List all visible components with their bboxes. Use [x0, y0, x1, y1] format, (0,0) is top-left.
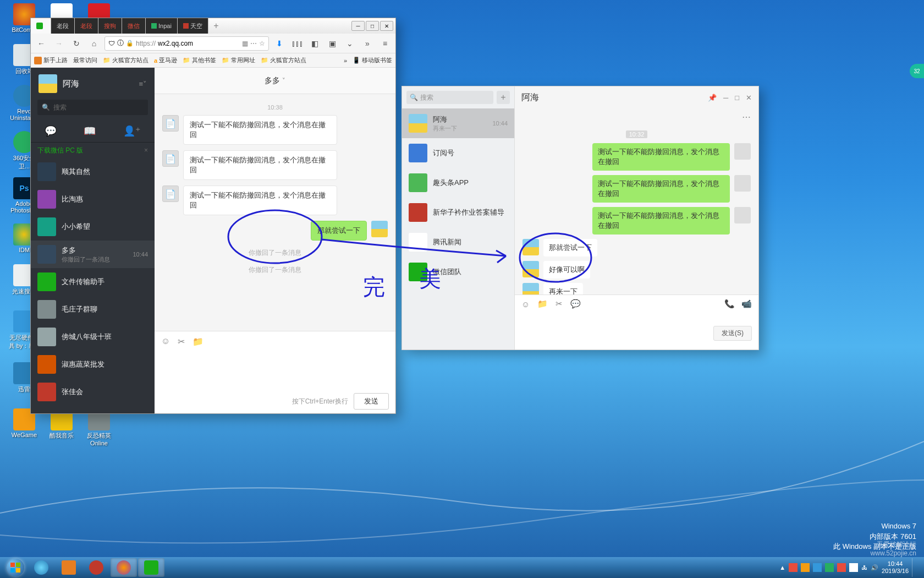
sidebar-icon[interactable]: ◧ [307, 36, 322, 51]
contact-item[interactable]: 淑惠蔬菜批发 [31, 351, 155, 378]
browser-tab[interactable]: 搜狗 [98, 18, 122, 34]
pocket-icon[interactable]: ⌄ [343, 36, 357, 51]
browser-tab[interactable]: 天空 [178, 18, 208, 34]
bookmark-item[interactable]: 📁其他书签 [183, 56, 216, 64]
contact-item[interactable]: 订阅号 [402, 138, 514, 168]
menu-icon[interactable]: ≡ [378, 36, 392, 51]
avatar[interactable] [522, 283, 539, 295]
contact-item[interactable]: 文件传输助手 [31, 268, 155, 296]
avatar[interactable] [522, 261, 539, 277]
menu-icon[interactable]: ≡˅ [139, 80, 147, 88]
message-bubble[interactable]: 再来一下 [543, 283, 583, 295]
avatar[interactable] [371, 221, 388, 237]
browser-tab[interactable]: 老段 [51, 18, 75, 34]
taskbar-item[interactable] [28, 558, 54, 577]
add-button[interactable]: + [497, 91, 510, 104]
phone-icon[interactable]: 📞 [724, 299, 735, 309]
contacts-icon[interactable]: 📖 [84, 125, 96, 137]
message-bubble[interactable]: 那就尝试一下 [543, 239, 597, 257]
home-button[interactable]: ⌂ [87, 36, 101, 51]
desktop-icon[interactable]: 反恐精英 Online [82, 408, 116, 446]
maximize-button[interactable]: □ [366, 21, 379, 31]
start-button[interactable] [3, 557, 28, 578]
contact-item[interactable]: 小小希望 [31, 213, 155, 241]
chevron-down-icon[interactable]: ˅ [282, 77, 285, 84]
browser-tab[interactable]: Inpai [146, 18, 178, 34]
contact-item[interactable]: 比淘惠 [31, 186, 155, 213]
avatar[interactable] [522, 239, 539, 255]
back-button[interactable]: ← [34, 36, 48, 51]
bookmark-item[interactable]: 新手上路 [34, 56, 68, 64]
network-icon[interactable]: 🖧 [861, 564, 867, 571]
contact-item[interactable]: 顺其自然 [31, 158, 155, 186]
bookmark-item[interactable]: 📁火狐官方站点 [103, 56, 148, 64]
avatar[interactable] [734, 143, 751, 160]
tray-icon[interactable] [789, 563, 798, 572]
tray-date[interactable]: 2019/3/16 [882, 568, 909, 575]
scissors-icon[interactable]: ✂ [178, 336, 185, 347]
tray-icon[interactable] [813, 563, 822, 572]
chat-icon[interactable]: 💬 [45, 125, 57, 137]
bookmark-item[interactable]: 📱移动版书签 [353, 56, 392, 64]
tray-time[interactable]: 10:44 [882, 560, 909, 568]
close-button[interactable]: ✕ [746, 94, 752, 102]
send-button[interactable]: 发送 [354, 393, 389, 410]
avatar[interactable] [38, 74, 57, 93]
maximize-button[interactable]: □ [735, 94, 739, 102]
edge-badge[interactable]: 32 [910, 64, 924, 78]
profile-section[interactable]: 阿海 ≡˅ [31, 68, 155, 100]
addon-icon[interactable]: ▣ [325, 36, 339, 51]
message-bubble[interactable]: 测试一下能不能防撤回消息，发个消息在撤回 [592, 143, 730, 171]
search-input[interactable]: 🔍 搜索 [37, 100, 148, 115]
chat-history-icon[interactable]: 💬 [570, 299, 581, 309]
url-bar[interactable]: 🛡 ⓘ 🔒 https://wx2.qq.com ▦ ⋯ ☆ [105, 36, 269, 51]
bookmark-item[interactable]: 📁火狐官方站点 [261, 56, 306, 64]
video-icon[interactable]: 📹 [741, 299, 752, 309]
chat-body[interactable]: 10:38 📄测试一下能不能防撤回消息，发个消息在撤回 📄测试一下能不能防撤回消… [155, 94, 395, 331]
qr-icon[interactable]: ▦ [242, 40, 248, 47]
tray-up-icon[interactable]: ▲ [779, 564, 785, 571]
avatar[interactable]: 📄 [162, 115, 179, 132]
more-icon[interactable]: ⋯ [250, 40, 257, 47]
message-bubble[interactable]: 测试一下能不能防撤回消息，发个消息在撤回 [183, 115, 337, 145]
chat-body[interactable]: 10:32 测试一下能不能防撤回消息，发个消息在撤回 测试一下能不能防撤回消息，… [515, 122, 758, 295]
taskbar-item[interactable] [138, 558, 164, 577]
message-bubble[interactable]: 测试一下能不能防撤回消息，发个消息在撤回 [592, 207, 730, 235]
tray-icon[interactable] [837, 563, 846, 572]
search-input[interactable]: 🔍搜索 [406, 91, 493, 104]
tray-icon[interactable] [801, 563, 810, 572]
overflow-icon[interactable]: » [344, 57, 347, 64]
taskbar-item[interactable] [56, 558, 82, 577]
contact-item[interactable]: 毛庄子群聊 [31, 296, 155, 323]
browser-tab[interactable]: 老段 [75, 18, 98, 34]
contact-item[interactable]: 微信团队 [402, 257, 514, 287]
scissors-icon[interactable]: ✂ [556, 299, 563, 309]
emoji-icon[interactable]: ☺ [521, 299, 530, 309]
close-button[interactable]: ✕ [380, 21, 393, 31]
taskbar-item[interactable] [83, 558, 109, 577]
contact-item[interactable]: 新华子衿作业答案辅导 [402, 198, 514, 227]
avatar[interactable] [734, 175, 751, 192]
library-icon[interactable]: ⫿⫿⫿ [290, 36, 304, 51]
bookmark-item[interactable]: a亚马逊 [154, 56, 177, 64]
avatar[interactable]: 📄 [162, 186, 179, 202]
folder-icon[interactable]: 📁 [537, 299, 548, 309]
contact-item[interactable]: 傍城八年级十班 [31, 323, 155, 351]
folder-icon[interactable]: 📁 [193, 336, 204, 347]
taskbar-item[interactable] [111, 558, 137, 577]
star-icon[interactable]: ☆ [259, 40, 265, 47]
reload-button[interactable]: ↻ [69, 36, 84, 51]
text-input[interactable] [155, 351, 395, 389]
browser-tab[interactable]: 微信 [122, 18, 146, 34]
tray-icon[interactable] [825, 563, 834, 572]
download-banner[interactable]: 下载微信 PC 版× [31, 143, 155, 158]
tray-icon[interactable] [849, 563, 858, 572]
minimize-button[interactable]: ─ [351, 21, 365, 31]
system-tray[interactable]: ▲ 🖧 🔊 10:44 2019/3/16 [779, 558, 921, 577]
browser-titlebar[interactable]: 老段 老段 搜狗 微信 Inpai 天空 + ─ □ ✕ [31, 18, 395, 34]
message-bubble[interactable]: 测试一下能不能防撤回消息，发个消息在撤回 [592, 175, 730, 203]
contact-item[interactable]: 趣头条APP [402, 168, 514, 198]
forward-button[interactable]: → [52, 36, 66, 51]
contact-item[interactable]: 多多你撤回了一条消息 10:44 [31, 241, 155, 268]
avatar[interactable]: 📄 [162, 150, 179, 167]
